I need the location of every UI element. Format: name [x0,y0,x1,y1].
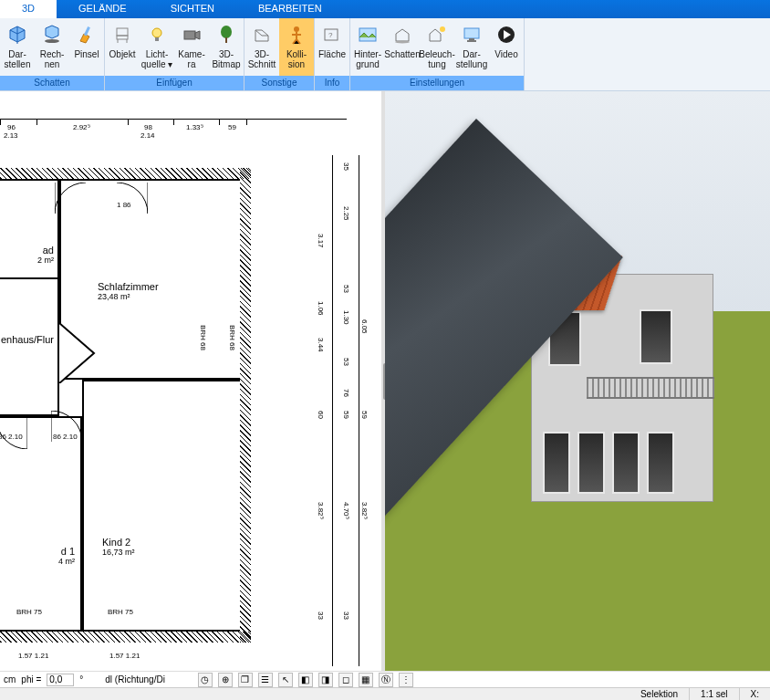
tool-cursor-icon[interactable]: ↖ [278,673,293,687]
btn-darstellung-label: Dar- stellung [454,49,489,69]
tool-north-icon[interactable]: Ⓝ [379,673,393,687]
svg-point-15 [395,41,410,44]
btn-schatten2[interactable]: Schatten [385,18,420,76]
3d-railing [587,377,714,399]
svg-point-0 [45,39,59,43]
monitor-icon [459,22,484,47]
tool-square-icon[interactable]: ◻ [338,673,353,687]
floorplan: 96 2.13 2.92⁵ 98 2.14 1.33⁵ 59 ad 2 m² [0,119,347,666]
tool-stack-icon[interactable]: ☰ [258,673,273,687]
tab-bearbeiten[interactable]: BEARBEITEN [236,0,344,18]
group-info: ? Fläche Info [315,18,350,90]
svg-rect-1 [84,26,90,36]
room-flur-name: enhaus/Flur [1,334,54,345]
svg-point-9 [221,26,232,38]
background-icon [355,22,380,47]
btn-beleuchtung[interactable]: Beleuch- tung [420,18,454,76]
dim-157a: 1.57 1.21 [18,652,48,660]
room-kind1-area: 4 m² [58,557,75,566]
btn-schatten2-label: Schatten [384,49,420,59]
btn-lichtquelle[interactable]: Licht- quelle ▾ [140,18,174,76]
btn-kamera[interactable]: Kame- ra [174,18,209,76]
3d-house [458,155,768,538]
dim-brh75a: BRH 75 [16,608,42,616]
input-phi[interactable] [47,674,74,686]
door-arc-1 [55,183,86,214]
dim-292: 2.92⁵ [73,123,90,131]
label-dl: dl (Richtung/Di [105,674,165,684]
status-x: X: [740,688,770,701]
btn-3dschnitt-label: 3D- Schnitt [245,49,279,69]
svg-point-11 [294,26,299,32]
btn-darstellen[interactable]: Dar- stellen [0,18,35,76]
tool-layers3-icon[interactable]: ◨ [318,673,333,687]
btn-video[interactable]: Video [489,18,524,76]
svg-rect-2 [117,28,128,36]
group-einstellungen: Hinter- grund Schatten Beleuch- tung Dar… [350,18,525,90]
btn-objekt[interactable]: Objekt [105,18,140,76]
btn-darstellen-label: Dar- stellen [0,49,35,69]
btn-3dbitmap[interactable]: 3D- Bitmap [209,18,244,76]
tool-target-icon[interactable]: ⊕ [218,673,233,687]
tree-icon [213,22,239,47]
dim-96: 96 [7,123,16,131]
svg-point-6 [152,28,161,37]
btn-pinsel-label: Pinsel [74,49,99,59]
room-kind2: Kind 2 16,73 m² [82,380,240,632]
camera-icon [179,22,204,47]
dim-59: 59 [228,123,236,131]
dim-98: 98 [144,123,152,131]
btn-3dschnitt[interactable]: 3D- Schnitt [245,18,279,76]
person-icon [284,22,309,47]
dimension-top: 96 2.13 2.92⁵ 98 2.14 1.33⁵ 59 [0,119,347,155]
label-phi: phi = [21,674,41,684]
tool-layers-icon[interactable]: ❐ [238,673,253,687]
tab-3d[interactable]: 3D [0,0,57,18]
btn-hintergrund[interactable]: Hinter- grund [350,18,385,76]
tab-sichten[interactable]: SICHTEN [149,0,236,18]
tool-clock-icon[interactable]: ◷ [198,673,213,687]
status-scale: 1:1 sel [690,688,739,701]
wall-outer-top [0,168,251,179]
group-info-label: Info [315,76,349,90]
btn-lichtquelle-label: Licht- quelle ▾ [140,49,174,69]
3d-door-2 [578,432,605,494]
btn-flaeche[interactable]: ? Fläche [315,18,349,76]
group-einfuegen: Objekt Licht- quelle ▾ Kame- ra 3D- Bitm… [105,18,245,90]
room-bad-name: ad [37,245,54,256]
area-icon: ? [319,22,345,47]
dim-213: 2.13 [4,131,18,140]
dim-brh68b: BRH 68 [228,325,236,350]
btn-kamera-label: Kame- ra [174,49,209,69]
btn-rechnen[interactable]: Rech- nen [35,18,69,76]
wall-outer-right [240,168,251,643]
tool-menu-icon[interactable]: ⋮ [399,673,413,687]
btn-darstellung[interactable]: Dar- stellung [454,18,489,76]
label-deg: ° [79,674,83,684]
3d-door-3 [612,432,640,494]
wall-outer-bottom [0,632,251,643]
3d-window-2 [640,309,672,364]
group-sonstige: 3D- Schnitt Kolli- sion Sonstige [245,18,315,90]
btn-objekt-label: Objekt [109,49,136,59]
tool-grid-icon[interactable]: ▦ [359,673,373,687]
btn-pinsel[interactable]: Pinsel [69,18,104,76]
group-einstellungen-label: Einstellungen [350,76,524,90]
tool-layers2-icon[interactable]: ◧ [298,673,313,687]
dimension-right: 35 2.25 3.17 53 1.06 1.30 6.05 3.44 53 7… [319,155,365,666]
tab-gelaende[interactable]: GELÄNDE [57,0,149,18]
cube-shadow-icon [39,22,65,47]
svg-rect-17 [464,28,479,38]
house-sun-icon [424,22,450,47]
workspace: 96 2.13 2.92⁵ 98 2.14 1.33⁵ 59 ad 2 m² [0,91,770,671]
group-schatten-label: Schatten [0,76,104,90]
group-sonstige-label: Sonstige [245,76,314,90]
floorplan-pane[interactable]: 96 2.13 2.92⁵ 98 2.14 1.33⁵ 59 ad 2 m² [0,91,385,671]
dim-brh75b: BRH 75 [108,608,133,616]
btn-flaeche-label: Fläche [318,49,346,59]
btn-hintergrund-label: Hinter- grund [350,49,385,69]
dim-86-210b: 86 2.10 [53,433,78,441]
3d-pane[interactable] [385,91,770,671]
svg-rect-18 [469,38,474,40]
btn-kollision[interactable]: Kolli- sion [279,18,314,76]
